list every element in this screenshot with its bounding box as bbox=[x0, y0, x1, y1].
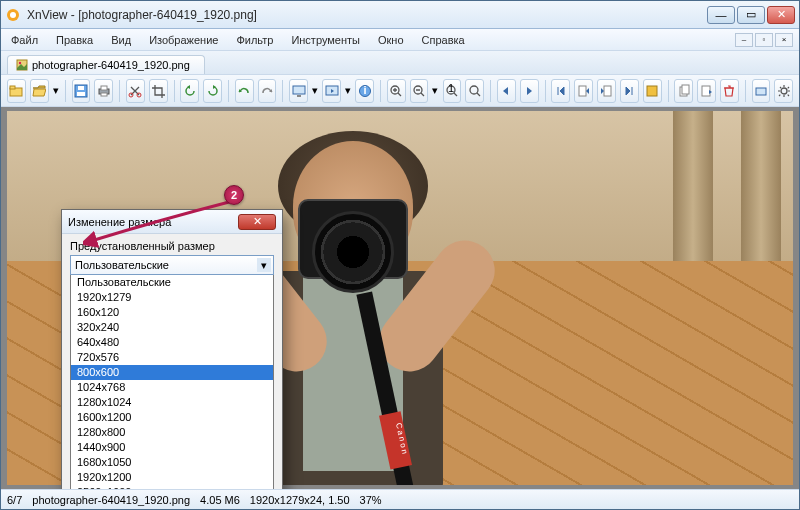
preset-option[interactable]: Пользовательские bbox=[71, 275, 273, 290]
save-button[interactable] bbox=[72, 79, 91, 103]
dialog-title: Изменение размера bbox=[68, 216, 171, 228]
last-button[interactable] bbox=[620, 79, 639, 103]
preset-option[interactable]: 640x480 bbox=[71, 335, 273, 350]
preset-option[interactable]: 1920x1279 bbox=[71, 290, 273, 305]
preset-selected: Пользовательские bbox=[75, 259, 169, 271]
preset-option[interactable]: 1920x1200 bbox=[71, 470, 273, 485]
zoom-dropdown[interactable]: ▾ bbox=[432, 84, 438, 97]
prev-page-button[interactable] bbox=[574, 79, 593, 103]
rotate-cw-icon bbox=[206, 84, 220, 98]
dialog-close-button[interactable]: ✕ bbox=[238, 214, 276, 230]
rotate-left-button[interactable] bbox=[180, 79, 199, 103]
toolbar: ▾ ▾ ▾ i ▾ 1 bbox=[1, 75, 799, 107]
zoom-fit-icon bbox=[468, 84, 482, 98]
prev-button[interactable] bbox=[497, 79, 516, 103]
fullscreen-dropdown[interactable]: ▾ bbox=[312, 84, 318, 97]
crop-button[interactable] bbox=[149, 79, 168, 103]
open-button[interactable] bbox=[30, 79, 49, 103]
quick-slide-button[interactable] bbox=[643, 79, 662, 103]
tab-label: photographer-640419_1920.png bbox=[32, 59, 190, 71]
move-icon bbox=[700, 84, 714, 98]
next-page-button[interactable] bbox=[597, 79, 616, 103]
zoom-out-icon bbox=[412, 84, 426, 98]
preset-select[interactable]: Пользовательские ▾ bbox=[70, 255, 274, 275]
preset-option[interactable]: 1280x1024 bbox=[71, 395, 273, 410]
menu-view[interactable]: Вид bbox=[107, 32, 135, 48]
zoom-fit-button[interactable]: 1 bbox=[443, 79, 462, 103]
preset-option[interactable]: 160x120 bbox=[71, 305, 273, 320]
menu-image[interactable]: Изображение bbox=[145, 32, 222, 48]
open-folder-icon bbox=[32, 84, 46, 98]
copy-button[interactable] bbox=[674, 79, 693, 103]
separator bbox=[174, 80, 175, 102]
menu-file[interactable]: Файл bbox=[7, 32, 42, 48]
preset-option[interactable]: 1680x1050 bbox=[71, 455, 273, 470]
printer-icon bbox=[97, 84, 111, 98]
browse-button[interactable] bbox=[7, 79, 26, 103]
svg-point-23 bbox=[470, 86, 478, 94]
preset-option[interactable]: 800x600 bbox=[71, 365, 273, 380]
close-icon: ✕ bbox=[777, 8, 786, 21]
arrow-left-icon bbox=[499, 84, 513, 98]
gear-icon bbox=[777, 84, 791, 98]
info-button[interactable]: i bbox=[355, 79, 374, 103]
close-button[interactable]: ✕ bbox=[767, 6, 795, 24]
menu-edit[interactable]: Правка bbox=[52, 32, 97, 48]
undo-button[interactable] bbox=[235, 79, 254, 103]
zoom-100-icon: 1 bbox=[445, 84, 459, 98]
acquire-button[interactable] bbox=[752, 79, 771, 103]
svg-text:i: i bbox=[363, 84, 366, 96]
first-button[interactable] bbox=[551, 79, 570, 103]
next-button[interactable] bbox=[520, 79, 539, 103]
preset-option[interactable]: 320x240 bbox=[71, 320, 273, 335]
maximize-button[interactable]: ▭ bbox=[737, 6, 765, 24]
zoom-in-button[interactable] bbox=[387, 79, 406, 103]
status-size: 4.05 M6 bbox=[200, 494, 240, 506]
preset-listbox[interactable]: Пользовательские1920x1279160x120320x2406… bbox=[70, 275, 274, 489]
info-icon: i bbox=[358, 84, 372, 98]
preset-option[interactable]: 1600x1200 bbox=[71, 410, 273, 425]
minimize-button[interactable]: — bbox=[707, 6, 735, 24]
mdi-close-button[interactable]: × bbox=[775, 33, 793, 47]
preset-option[interactable]: 1024x768 bbox=[71, 380, 273, 395]
mdi-minimize-button[interactable]: – bbox=[735, 33, 753, 47]
preset-label: Предустановленный размер bbox=[70, 240, 274, 252]
menu-tools[interactable]: Инструменты bbox=[287, 32, 364, 48]
slideshow-dropdown[interactable]: ▾ bbox=[345, 84, 351, 97]
fullscreen-button[interactable] bbox=[289, 79, 308, 103]
titlebar[interactable]: XnView - [photographer-640419_1920.png] … bbox=[1, 1, 799, 29]
close-icon: ✕ bbox=[253, 215, 262, 228]
open-dropdown[interactable]: ▾ bbox=[53, 84, 59, 97]
redo-button[interactable] bbox=[258, 79, 277, 103]
preset-option[interactable]: 720x576 bbox=[71, 350, 273, 365]
delete-button[interactable] bbox=[720, 79, 739, 103]
slideshow-button[interactable] bbox=[322, 79, 341, 103]
image-icon bbox=[16, 59, 28, 71]
document-tab[interactable]: photographer-640419_1920.png bbox=[7, 55, 205, 74]
menu-help[interactable]: Справка bbox=[418, 32, 469, 48]
mdi-restore-button[interactable]: ▫ bbox=[755, 33, 773, 47]
move-button[interactable] bbox=[697, 79, 716, 103]
film-icon bbox=[645, 84, 659, 98]
zoom-out-button[interactable] bbox=[410, 79, 429, 103]
print-button[interactable] bbox=[94, 79, 113, 103]
page-next-icon bbox=[599, 84, 613, 98]
dialog-titlebar[interactable]: Изменение размера ✕ bbox=[62, 210, 282, 234]
photo-column bbox=[741, 111, 781, 276]
preset-option[interactable]: 1280x800 bbox=[71, 425, 273, 440]
cut-button[interactable] bbox=[126, 79, 145, 103]
zoom-actual-button[interactable] bbox=[465, 79, 484, 103]
statusbar: 6/7 photographer-640419_1920.png 4.05 M6… bbox=[1, 489, 799, 509]
menu-filter[interactable]: Фильтр bbox=[232, 32, 277, 48]
menu-window[interactable]: Окно bbox=[374, 32, 408, 48]
svg-rect-10 bbox=[101, 86, 107, 90]
preset-option[interactable]: 2560x1600 bbox=[71, 485, 273, 489]
preset-option[interactable]: 1440x900 bbox=[71, 440, 273, 455]
options-button[interactable] bbox=[774, 79, 793, 103]
status-zoom: 37% bbox=[360, 494, 382, 506]
svg-rect-5 bbox=[10, 86, 15, 89]
separator bbox=[380, 80, 381, 102]
resize-dialog: Изменение размера ✕ Предустановленный ра… bbox=[61, 209, 283, 489]
image-viewport[interactable]: Canon Изменение размера ✕ Предустановлен… bbox=[1, 107, 799, 489]
rotate-right-button[interactable] bbox=[203, 79, 222, 103]
